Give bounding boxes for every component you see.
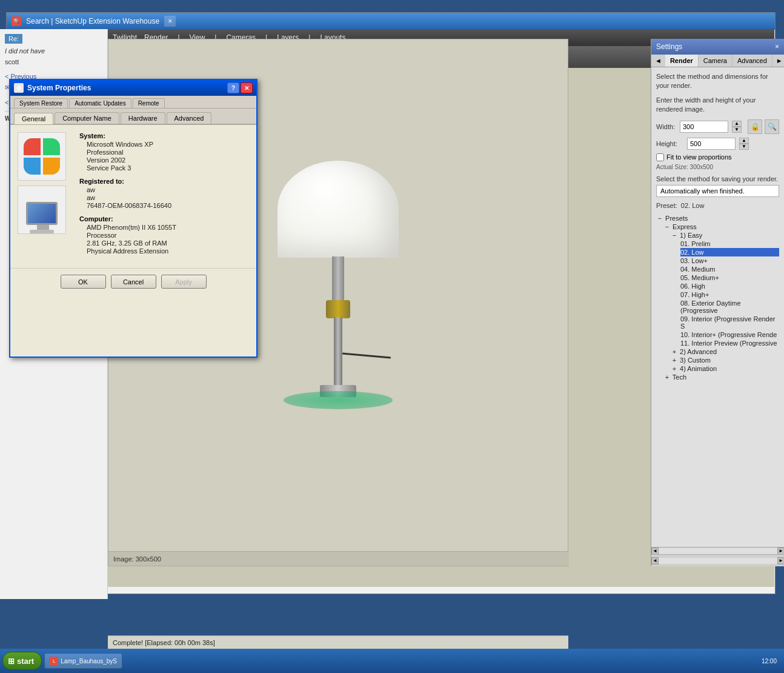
flag-yellow	[43, 158, 60, 175]
service-pack: Service Pack 3	[79, 164, 249, 172]
dialog-main-tabs: General Computer Name Hardware Advanced	[10, 109, 256, 125]
computer-section-title: Computer:	[79, 215, 249, 223]
windows-logo	[18, 132, 66, 181]
system-properties-dialog: ⚙ System Properties ? ✕ System Restore A…	[9, 79, 257, 358]
dialog-buttons: OK Cancel Apply	[10, 268, 256, 295]
registered-user2: aw	[79, 194, 249, 201]
os-version: Version 2002	[79, 156, 249, 164]
os-edition: Professional	[79, 149, 249, 156]
dialog-close-button[interactable]: ✕	[241, 82, 253, 93]
computer-icon	[18, 186, 66, 234]
system-section: System: Microsoft Windows XP Professiona…	[79, 132, 249, 172]
xp-flag-icon	[24, 138, 60, 175]
dialog-body: System: Microsoft Windows XP Professiona…	[10, 125, 256, 268]
dialog-window-buttons: ? ✕	[227, 82, 253, 93]
system-section-title: System:	[79, 132, 249, 139]
cpu-type: Processor	[79, 232, 249, 239]
dialog-title-text: System Properties	[27, 84, 224, 92]
monitor-stand	[37, 225, 49, 230]
pae-label: Physical Address Extension	[79, 247, 249, 255]
tab-advanced-dialog[interactable]: Advanced	[167, 112, 212, 124]
flag-blue	[24, 158, 41, 175]
cpu-speed: 2.81 GHz, 3.25 GB of RAM	[79, 239, 249, 247]
flag-red	[24, 138, 41, 155]
desktop: 🔍 Search | SketchUp Extension Warehouse …	[0, 0, 784, 673]
apply-button[interactable]: Apply	[161, 275, 207, 289]
registered-section: Registered to: aw aw 76487-OEM-0068374-1…	[79, 178, 249, 209]
tab-automatic-updates[interactable]: Automatic Updates	[69, 98, 131, 108]
dialog-overlay: ⚙ System Properties ? ✕ System Restore A…	[0, 0, 784, 673]
dialog-titlebar: ⚙ System Properties ? ✕	[10, 80, 256, 96]
ok-button[interactable]: OK	[61, 275, 106, 289]
tab-general[interactable]: General	[14, 113, 53, 124]
computer-section: Computer: AMD Phenom(tm) II X6 1055T Pro…	[79, 215, 249, 255]
flag-green	[43, 138, 60, 155]
registered-user1: aw	[79, 186, 249, 193]
os-name: Microsoft Windows XP	[79, 141, 249, 148]
tab-system-restore[interactable]: System Restore	[14, 98, 68, 108]
serial-number: 76487-OEM-0068374-16640	[79, 202, 249, 209]
cancel-button[interactable]: Cancel	[111, 275, 156, 289]
tab-computer-name[interactable]: Computer Name	[55, 112, 119, 124]
dialog-title-icon: ⚙	[14, 83, 24, 93]
tab-remote[interactable]: Remote	[133, 98, 165, 108]
monitor-base	[30, 230, 54, 233]
system-info: System: Microsoft Windows XP Professiona…	[79, 132, 249, 261]
dialog-logo-area	[18, 132, 72, 261]
monitor-icon	[24, 202, 60, 233]
monitor-screen	[26, 202, 58, 225]
registered-title: Registered to:	[79, 178, 249, 185]
cpu-model: AMD Phenom(tm) II X6 1055T	[79, 224, 249, 231]
tab-hardware[interactable]: Hardware	[121, 112, 165, 124]
dialog-help-button[interactable]: ?	[227, 82, 239, 93]
